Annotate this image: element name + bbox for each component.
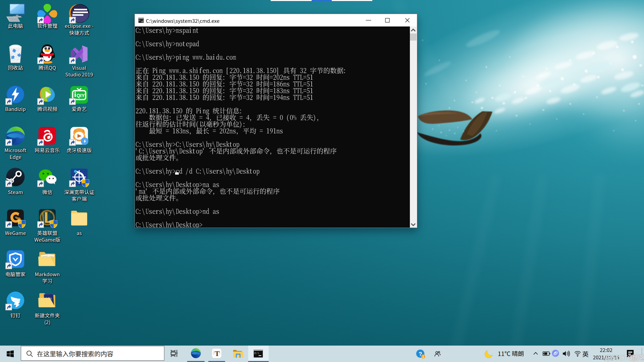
svg-text:QIY!: QIY! [76,93,87,98]
svg-text:T: T [215,350,219,358]
svg-text:C:\: C:\ [255,352,260,355]
